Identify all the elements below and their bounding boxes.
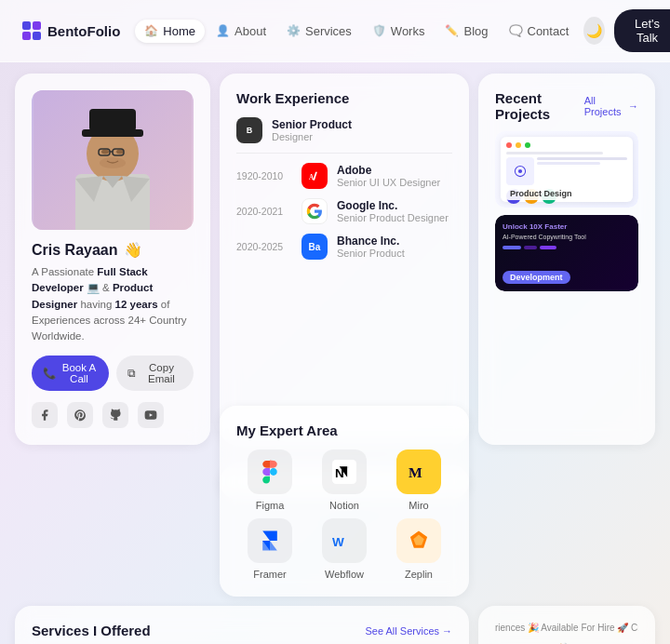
nav-item-works[interactable]: 🛡️ Works xyxy=(363,20,435,43)
expert-area-card: My Expert Area Figma xyxy=(220,406,469,597)
contact-icon: 🗨️ xyxy=(509,24,523,37)
job-role: Senior UI UX Designer xyxy=(337,177,440,188)
work-item-adobe: 1920-2010 A Adobe Senior UI UX Designer xyxy=(236,163,452,189)
projects-header: Recent Projects All Projects → xyxy=(495,90,638,122)
company-name: Adobe xyxy=(337,164,440,177)
work-experience-title: Work Experience xyxy=(236,90,452,106)
services-card: Services I Offered See All Services → UI… xyxy=(15,606,469,644)
arrow-icon: → xyxy=(628,101,638,112)
svg-point-6 xyxy=(101,150,109,154)
navbar: BentoFolio 🏠 Home 👤 About ⚙️ Services 🛡️… xyxy=(0,0,670,62)
work-year: 1920-2010 xyxy=(236,170,292,181)
cta-card: riences 🎉 Available For Hire 🚀 Cra Let's… xyxy=(478,606,655,644)
blog-icon: ✏️ xyxy=(445,24,459,37)
job-role: Designer xyxy=(272,131,352,142)
nav-item-services[interactable]: ⚙️ Services xyxy=(277,20,361,43)
tool-label: Miro xyxy=(409,500,428,511)
work-item-first: B Senior Product Designer xyxy=(236,117,452,154)
nav-item-contact[interactable]: 🗨️ Contact xyxy=(500,20,579,43)
work-info-adobe: Adobe Senior UI UX Designer xyxy=(337,164,440,188)
expert-area-title: My Expert Area xyxy=(236,423,452,438)
tool-framer: Framer xyxy=(236,518,303,580)
projects-title: Recent Projects xyxy=(495,90,584,122)
work-logo-behance: B xyxy=(236,117,262,143)
figma-icon xyxy=(248,449,292,494)
services-icon: ⚙️ xyxy=(287,24,301,37)
tool-figma: Figma xyxy=(236,449,303,511)
miro-icon: M xyxy=(396,449,441,494)
arrow-icon: → xyxy=(442,625,452,637)
works-icon: 🛡️ xyxy=(372,24,386,37)
nav-item-blog[interactable]: ✏️ Blog xyxy=(436,20,497,43)
services-header: Services I Offered See All Services → xyxy=(32,623,452,638)
all-projects-link[interactable]: All Projects → xyxy=(584,95,638,117)
zeplin-icon xyxy=(396,518,441,563)
lets-talk-button[interactable]: Let's Talk ↓ xyxy=(614,9,670,52)
notion-icon: N xyxy=(322,449,367,494)
about-icon: 👤 xyxy=(216,24,230,37)
svg-point-11 xyxy=(100,157,126,168)
cta-marquee: riences 🎉 Available For Hire 🚀 Cra xyxy=(495,623,638,633)
logo-icon xyxy=(22,21,41,40)
adobe-logo: A xyxy=(302,163,328,189)
svg-text:N: N xyxy=(335,466,344,480)
svg-point-18 xyxy=(518,169,522,173)
see-all-services-link[interactable]: See All Services → xyxy=(366,625,452,637)
svg-text:A: A xyxy=(309,174,315,181)
bottom-row: Services I Offered See All Services → UI… xyxy=(0,606,670,644)
tool-zeplin: Zeplin xyxy=(385,518,452,580)
logo-text: BentoFolio xyxy=(47,23,120,39)
tool-label: Zeplin xyxy=(405,569,433,580)
tool-label: Notion xyxy=(329,500,359,511)
nav-items: 🏠 Home 👤 About ⚙️ Services 🛡️ Works ✏️ B… xyxy=(135,20,578,43)
nav-right: 🌙 Let's Talk ↓ xyxy=(583,9,670,52)
tool-notion: N Notion xyxy=(311,449,378,511)
tool-miro: M Miro xyxy=(385,449,452,511)
svg-rect-5 xyxy=(89,109,136,131)
nav-item-home[interactable]: 🏠 Home xyxy=(135,20,205,43)
tool-label: Framer xyxy=(253,569,286,580)
services-title: Services I Offered xyxy=(32,623,151,638)
framer-icon xyxy=(248,518,292,563)
svg-text:M: M xyxy=(409,464,422,480)
dark-mode-toggle[interactable]: 🌙 xyxy=(583,17,605,45)
tools-grid: Figma N Notion xyxy=(236,449,452,580)
svg-marker-22 xyxy=(262,531,277,541)
tool-label: Figma xyxy=(256,500,285,511)
tool-webflow: W Webflow xyxy=(311,518,378,580)
nav-item-about[interactable]: 👤 About xyxy=(207,20,275,43)
svg-text:W: W xyxy=(332,535,344,549)
tool-label: Webflow xyxy=(325,569,364,580)
webflow-icon: W xyxy=(322,518,367,563)
home-icon: 🏠 xyxy=(144,24,158,37)
work-info-first: Senior Product Designer xyxy=(272,118,352,142)
company-name: Senior Product xyxy=(272,118,352,131)
logo[interactable]: BentoFolio xyxy=(22,21,120,40)
